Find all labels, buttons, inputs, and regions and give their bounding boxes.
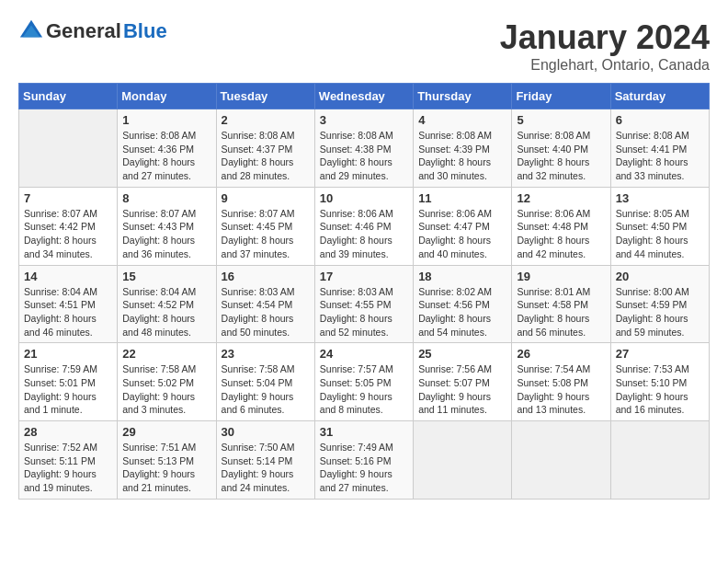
calendar-week-1: 1Sunrise: 8:08 AM Sunset: 4:36 PM Daylig… (19, 109, 710, 188)
day-number: 9 (222, 191, 310, 205)
calendar-cell (19, 109, 118, 188)
day-info: Sunrise: 8:04 AM Sunset: 4:52 PM Dayligh… (122, 285, 210, 339)
day-number: 17 (320, 270, 408, 283)
day-info: Sunrise: 7:56 AM Sunset: 5:07 PM Dayligh… (418, 362, 506, 417)
day-info: Sunrise: 7:53 AM Sunset: 5:10 PM Dayligh… (616, 362, 704, 417)
calendar-cell: 3Sunrise: 8:08 AM Sunset: 4:38 PM Daylig… (314, 109, 413, 188)
calendar-cell: 6Sunrise: 8:08 AM Sunset: 4:41 PM Daylig… (610, 109, 709, 188)
day-info: Sunrise: 8:01 AM Sunset: 4:58 PM Dayligh… (517, 285, 605, 339)
day-info: Sunrise: 8:08 AM Sunset: 4:36 PM Dayligh… (122, 129, 210, 183)
day-number: 12 (517, 191, 605, 205)
day-info: Sunrise: 8:03 AM Sunset: 4:55 PM Dayligh… (320, 285, 408, 339)
day-info: Sunrise: 8:02 AM Sunset: 4:56 PM Dayligh… (418, 285, 506, 339)
day-info: Sunrise: 7:58 AM Sunset: 5:04 PM Dayligh… (222, 362, 310, 417)
calendar-cell: 30Sunrise: 7:50 AM Sunset: 5:14 PM Dayli… (216, 421, 314, 500)
day-info: Sunrise: 8:08 AM Sunset: 4:40 PM Dayligh… (517, 129, 605, 183)
day-info: Sunrise: 7:58 AM Sunset: 5:02 PM Dayligh… (122, 362, 210, 417)
column-header-wednesday: Wednesday (314, 84, 413, 109)
day-number: 14 (24, 270, 112, 283)
calendar-cell: 31Sunrise: 7:49 AM Sunset: 5:16 PM Dayli… (314, 421, 413, 500)
day-number: 22 (122, 347, 210, 361)
calendar-cell: 8Sunrise: 8:07 AM Sunset: 4:43 PM Daylig… (118, 187, 216, 265)
day-number: 16 (222, 270, 310, 283)
calendar-cell: 16Sunrise: 8:03 AM Sunset: 4:54 PM Dayli… (216, 265, 314, 343)
logo: GeneralBlue (18, 18, 167, 44)
calendar-cell: 11Sunrise: 8:06 AM Sunset: 4:47 PM Dayli… (414, 187, 512, 265)
calendar-week-3: 14Sunrise: 8:04 AM Sunset: 4:51 PM Dayli… (19, 265, 710, 343)
calendar-cell: 4Sunrise: 8:08 AM Sunset: 4:39 PM Daylig… (414, 109, 512, 188)
column-header-monday: Monday (118, 84, 216, 109)
day-number: 6 (616, 113, 704, 127)
day-info: Sunrise: 8:08 AM Sunset: 4:41 PM Dayligh… (616, 129, 704, 183)
day-header-row: SundayMondayTuesdayWednesdayThursdayFrid… (19, 84, 710, 109)
calendar-cell (610, 421, 709, 500)
day-info: Sunrise: 8:06 AM Sunset: 4:46 PM Dayligh… (320, 207, 408, 261)
calendar-cell: 20Sunrise: 8:00 AM Sunset: 4:59 PM Dayli… (610, 265, 709, 343)
day-number: 15 (122, 270, 210, 283)
calendar-cell: 12Sunrise: 8:06 AM Sunset: 4:48 PM Dayli… (512, 187, 610, 265)
day-number: 4 (418, 113, 506, 127)
day-number: 11 (418, 191, 506, 205)
calendar-cell: 18Sunrise: 8:02 AM Sunset: 4:56 PM Dayli… (414, 265, 512, 343)
calendar-cell: 26Sunrise: 7:54 AM Sunset: 5:08 PM Dayli… (512, 343, 610, 421)
day-number: 23 (222, 347, 310, 361)
logo-blue-text: Blue (123, 19, 167, 43)
day-number: 29 (122, 425, 210, 439)
day-info: Sunrise: 7:59 AM Sunset: 5:01 PM Dayligh… (24, 362, 112, 417)
calendar-week-5: 28Sunrise: 7:52 AM Sunset: 5:11 PM Dayli… (19, 421, 710, 500)
title-block: January 2024 Englehart, Ontario, Canada (500, 18, 710, 74)
day-number: 8 (122, 191, 210, 205)
calendar-cell: 17Sunrise: 8:03 AM Sunset: 4:55 PM Dayli… (314, 265, 413, 343)
calendar-cell: 22Sunrise: 7:58 AM Sunset: 5:02 PM Dayli… (118, 343, 216, 421)
day-info: Sunrise: 8:07 AM Sunset: 4:45 PM Dayligh… (222, 207, 310, 261)
day-number: 27 (616, 347, 704, 361)
day-number: 5 (517, 113, 605, 127)
day-number: 3 (320, 113, 408, 127)
column-header-friday: Friday (512, 84, 610, 109)
calendar-cell: 14Sunrise: 8:04 AM Sunset: 4:51 PM Dayli… (19, 265, 118, 343)
calendar-cell: 23Sunrise: 7:58 AM Sunset: 5:04 PM Dayli… (216, 343, 314, 421)
calendar-week-2: 7Sunrise: 8:07 AM Sunset: 4:42 PM Daylig… (19, 187, 710, 265)
day-number: 24 (320, 347, 408, 361)
day-number: 30 (222, 425, 310, 439)
day-info: Sunrise: 8:03 AM Sunset: 4:54 PM Dayligh… (222, 285, 310, 339)
day-info: Sunrise: 8:07 AM Sunset: 4:43 PM Dayligh… (122, 207, 210, 261)
day-number: 26 (517, 347, 605, 361)
day-info: Sunrise: 8:04 AM Sunset: 4:51 PM Dayligh… (24, 285, 112, 339)
day-number: 25 (418, 347, 506, 361)
calendar-cell: 21Sunrise: 7:59 AM Sunset: 5:01 PM Dayli… (19, 343, 118, 421)
location-subtitle: Englehart, Ontario, Canada (500, 57, 710, 74)
calendar-cell: 2Sunrise: 8:08 AM Sunset: 4:37 PM Daylig… (216, 109, 314, 188)
day-info: Sunrise: 7:54 AM Sunset: 5:08 PM Dayligh… (517, 362, 605, 417)
day-info: Sunrise: 7:49 AM Sunset: 5:16 PM Dayligh… (320, 441, 408, 495)
column-header-tuesday: Tuesday (216, 84, 314, 109)
day-info: Sunrise: 8:08 AM Sunset: 4:38 PM Dayligh… (320, 129, 408, 183)
day-info: Sunrise: 8:07 AM Sunset: 4:42 PM Dayligh… (24, 207, 112, 261)
calendar-cell: 1Sunrise: 8:08 AM Sunset: 4:36 PM Daylig… (118, 109, 216, 188)
logo-icon (18, 18, 44, 44)
day-info: Sunrise: 8:08 AM Sunset: 4:37 PM Dayligh… (222, 129, 310, 183)
day-number: 10 (320, 191, 408, 205)
day-info: Sunrise: 8:00 AM Sunset: 4:59 PM Dayligh… (616, 285, 704, 339)
day-number: 28 (24, 425, 112, 439)
calendar-cell: 13Sunrise: 8:05 AM Sunset: 4:50 PM Dayli… (610, 187, 709, 265)
day-number: 13 (616, 191, 704, 205)
logo-general-text: General (46, 19, 121, 43)
calendar-cell (512, 421, 610, 500)
day-info: Sunrise: 7:52 AM Sunset: 5:11 PM Dayligh… (24, 441, 112, 495)
calendar-cell (414, 421, 512, 500)
calendar-cell: 27Sunrise: 7:53 AM Sunset: 5:10 PM Dayli… (610, 343, 709, 421)
calendar-cell: 28Sunrise: 7:52 AM Sunset: 5:11 PM Dayli… (19, 421, 118, 500)
calendar-cell: 24Sunrise: 7:57 AM Sunset: 5:05 PM Dayli… (314, 343, 413, 421)
day-number: 19 (517, 270, 605, 283)
day-info: Sunrise: 7:50 AM Sunset: 5:14 PM Dayligh… (222, 441, 310, 495)
column-header-thursday: Thursday (414, 84, 512, 109)
calendar-cell: 9Sunrise: 8:07 AM Sunset: 4:45 PM Daylig… (216, 187, 314, 265)
calendar-cell: 15Sunrise: 8:04 AM Sunset: 4:52 PM Dayli… (118, 265, 216, 343)
day-info: Sunrise: 8:06 AM Sunset: 4:47 PM Dayligh… (418, 207, 506, 261)
calendar-week-4: 21Sunrise: 7:59 AM Sunset: 5:01 PM Dayli… (19, 343, 710, 421)
calendar-cell: 25Sunrise: 7:56 AM Sunset: 5:07 PM Dayli… (414, 343, 512, 421)
page-header: GeneralBlue January 2024 Englehart, Onta… (18, 18, 710, 74)
day-info: Sunrise: 8:06 AM Sunset: 4:48 PM Dayligh… (517, 207, 605, 261)
day-info: Sunrise: 7:57 AM Sunset: 5:05 PM Dayligh… (320, 362, 408, 417)
